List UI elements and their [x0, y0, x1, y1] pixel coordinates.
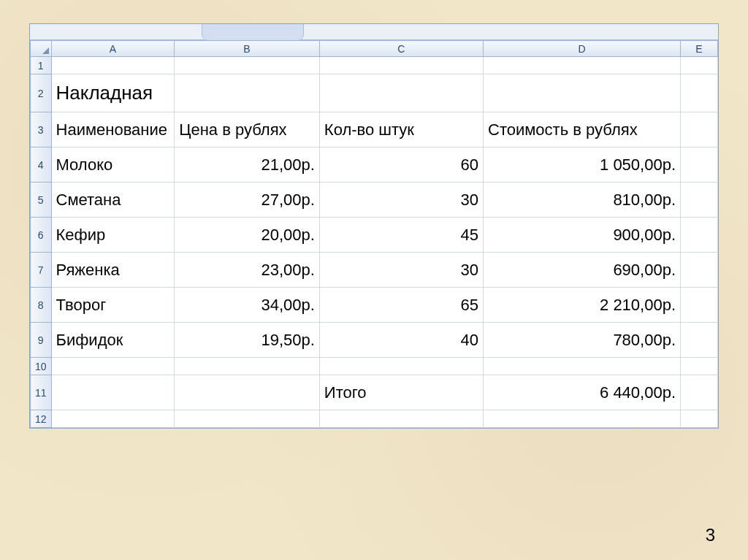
cell-e12[interactable] [681, 410, 718, 428]
cell-b5[interactable]: 27,00р. [175, 183, 320, 218]
table-row: 10 [31, 358, 718, 375]
cell-a1[interactable] [51, 57, 175, 74]
row-header-10[interactable]: 10 [31, 358, 52, 375]
cell-b3-header[interactable]: Цена в рублях [175, 112, 320, 147]
cell-b6[interactable]: 20,00р. [175, 218, 320, 253]
cell-b8[interactable]: 34,00р. [175, 288, 320, 323]
cell-a7[interactable]: Ряженка [51, 253, 175, 288]
formula-tab [202, 24, 304, 40]
cell-b11[interactable] [175, 375, 320, 410]
cell-c2[interactable] [319, 74, 483, 112]
cell-e10[interactable] [681, 358, 718, 375]
cell-a12[interactable] [51, 410, 175, 428]
cell-d7[interactable]: 690,00р. [484, 253, 681, 288]
table-row: 4 Молоко 21,00р. 60 1 050,00р. [31, 147, 718, 183]
col-header-b[interactable]: B [175, 41, 320, 57]
cell-e4[interactable] [681, 147, 718, 183]
col-header-a[interactable]: A [51, 41, 175, 57]
page-number: 3 [706, 525, 715, 545]
row-header-4[interactable]: 4 [31, 147, 52, 183]
cell-d9[interactable]: 780,00р. [484, 323, 681, 358]
row-header-11[interactable]: 11 [31, 375, 52, 410]
table-row: 11 Итого 6 440,00р. [31, 375, 718, 410]
table-row: 8 Творог 34,00р. 65 2 210,00р. [31, 288, 718, 323]
cell-d8[interactable]: 2 210,00р. [484, 288, 681, 323]
cell-a6[interactable]: Кефир [51, 218, 175, 253]
col-header-e[interactable]: E [681, 41, 718, 57]
cell-c5[interactable]: 30 [319, 183, 483, 218]
cell-e2[interactable] [681, 74, 718, 112]
cell-c4[interactable]: 60 [319, 147, 483, 183]
cell-d10[interactable] [484, 358, 681, 375]
row-header-6[interactable]: 6 [31, 218, 52, 253]
cell-e9[interactable] [681, 323, 718, 358]
select-all-corner[interactable] [31, 41, 52, 57]
cell-a5[interactable]: Сметана [51, 183, 175, 218]
spreadsheet-grid[interactable]: A B C D E 1 2 Накладная 3 Наименование Ц… [30, 40, 718, 428]
cell-a3-header[interactable]: Наименование [51, 112, 175, 147]
cell-d11-total-value[interactable]: 6 440,00р. [484, 375, 681, 410]
cell-e3[interactable] [681, 112, 718, 147]
table-row: 1 [31, 57, 718, 74]
cell-b4[interactable]: 21,00р. [175, 147, 320, 183]
cell-a11[interactable] [51, 375, 175, 410]
cell-c12[interactable] [319, 410, 483, 428]
cell-e8[interactable] [681, 288, 718, 323]
cell-c3-header[interactable]: Кол-во штук [319, 112, 483, 147]
column-header-row: A B C D E [31, 41, 718, 57]
cell-a4[interactable]: Молоко [51, 147, 175, 183]
row-header-2[interactable]: 2 [31, 74, 52, 112]
cell-c10[interactable] [319, 358, 483, 375]
cell-b1[interactable] [175, 57, 320, 74]
table-row: 9 Бифидок 19,50р. 40 780,00р. [31, 323, 718, 358]
row-header-1[interactable]: 1 [31, 57, 52, 74]
cell-d5[interactable]: 810,00р. [484, 183, 681, 218]
table-row: 12 [31, 410, 718, 428]
spreadsheet-window: A B C D E 1 2 Накладная 3 Наименование Ц… [29, 23, 719, 429]
cell-e5[interactable] [681, 183, 718, 218]
cell-e6[interactable] [681, 218, 718, 253]
cell-d1[interactable] [484, 57, 681, 74]
table-row: 5 Сметана 27,00р. 30 810,00р. [31, 183, 718, 218]
cell-d3-header[interactable]: Стоимость в рублях [484, 112, 681, 147]
table-row: 3 Наименование Цена в рублях Кол-во штук… [31, 112, 718, 147]
table-row: 2 Накладная [31, 74, 718, 112]
cell-d2[interactable] [484, 74, 681, 112]
table-row: 7 Ряженка 23,00р. 30 690,00р. [31, 253, 718, 288]
cell-c1[interactable] [319, 57, 483, 74]
cell-d12[interactable] [484, 410, 681, 428]
col-header-c[interactable]: C [319, 41, 483, 57]
cell-a9[interactable]: Бифидок [51, 323, 175, 358]
cell-a8[interactable]: Творог [51, 288, 175, 323]
row-header-3[interactable]: 3 [31, 112, 52, 147]
row-header-7[interactable]: 7 [31, 253, 52, 288]
cell-c8[interactable]: 65 [319, 288, 483, 323]
cell-c7[interactable]: 30 [319, 253, 483, 288]
cell-b12[interactable] [175, 410, 320, 428]
cell-c6[interactable]: 45 [319, 218, 483, 253]
row-header-5[interactable]: 5 [31, 183, 52, 218]
cell-c11-total-label[interactable]: Итого [319, 375, 483, 410]
table-row: 6 Кефир 20,00р. 45 900,00р. [31, 218, 718, 253]
cell-b2[interactable] [175, 74, 320, 112]
row-header-9[interactable]: 9 [31, 323, 52, 358]
cell-e7[interactable] [681, 253, 718, 288]
row-header-12[interactable]: 12 [31, 410, 52, 428]
cell-b7[interactable]: 23,00р. [175, 253, 320, 288]
cell-d4[interactable]: 1 050,00р. [484, 147, 681, 183]
formula-bar [30, 24, 718, 40]
col-header-d[interactable]: D [484, 41, 681, 57]
cell-b9[interactable]: 19,50р. [175, 323, 320, 358]
cell-a10[interactable] [51, 358, 175, 375]
cell-d6[interactable]: 900,00р. [484, 218, 681, 253]
cell-e11[interactable] [681, 375, 718, 410]
row-header-8[interactable]: 8 [31, 288, 52, 323]
cell-a2-title[interactable]: Накладная [51, 74, 175, 112]
cell-c9[interactable]: 40 [319, 323, 483, 358]
cell-e1[interactable] [681, 57, 718, 74]
cell-b10[interactable] [175, 358, 320, 375]
